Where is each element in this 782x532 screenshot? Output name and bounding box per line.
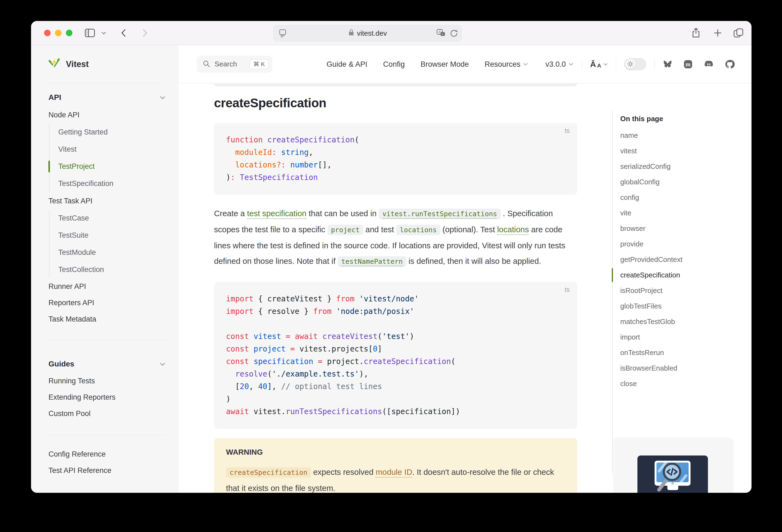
translate-icon: Ā	[590, 60, 596, 69]
theme-toggle[interactable]	[624, 58, 646, 70]
toc-item-ontestsrerun[interactable]: onTestsRerun	[620, 345, 682, 360]
nav-item-config[interactable]: Config	[383, 60, 405, 69]
forward-button[interactable]	[139, 21, 150, 45]
header-separator	[616, 59, 616, 69]
toc-item-vitest[interactable]: vitest	[620, 143, 682, 159]
svg-text:x: x	[442, 33, 443, 36]
sidebar-group-items: Getting StartedVitestTestProjectTestSpec…	[49, 123, 166, 192]
sidebar-item-testspecification[interactable]: TestSpecification	[58, 175, 166, 192]
toolbar-chevron-down-icon[interactable]	[100, 21, 108, 45]
address-bar[interactable]: vitest.dev A x	[273, 25, 462, 41]
inline-link[interactable]: test specification	[247, 209, 306, 218]
toc-item-provide[interactable]: provide	[620, 236, 682, 252]
sidebar-item-getting-started[interactable]: Getting Started	[58, 123, 166, 141]
sidebar-item-label: Getting Started	[58, 128, 108, 136]
sidebar-item-label: TestCollection	[58, 265, 104, 274]
inline-code[interactable]: locations	[396, 225, 440, 235]
sidebar-item-label: TestSuite	[58, 231, 88, 240]
sidebar-nav-list: APINode APIGetting StartedVitestTestProj…	[31, 83, 179, 478]
toc-item-isrootproject[interactable]: isRootProject	[620, 283, 682, 298]
nav-item-resources[interactable]: Resources	[485, 60, 528, 69]
social-links: m	[663, 59, 735, 69]
share-icon[interactable]	[690, 21, 702, 45]
warning-callout: WARNING createSpecification expects reso…	[214, 438, 577, 493]
toc-item-serializedconfig[interactable]: serializedConfig	[620, 159, 682, 174]
mastodon-icon[interactable]: m	[683, 60, 693, 69]
sidebar-item-custom-pool[interactable]: Custom Pool	[48, 405, 166, 422]
sidebar-item-testproject[interactable]: TestProject	[58, 158, 166, 175]
warning-body: createSpecification expects resolved mod…	[226, 464, 565, 493]
vitest-logo-icon	[48, 57, 61, 71]
sidebar-group-test-task-api[interactable]: Test Task API	[48, 192, 166, 210]
site-logo[interactable]: Vitest	[31, 45, 179, 83]
sidebar-item-test-api-reference[interactable]: Test API Reference	[48, 462, 166, 478]
tab-overview-icon[interactable]	[732, 21, 745, 45]
back-button[interactable]	[118, 21, 129, 45]
toc-item-getprovidedcontext[interactable]: getProvidedContext	[620, 252, 682, 268]
reload-icon[interactable]	[450, 29, 458, 38]
sidebar-item-vitest[interactable]: Vitest	[58, 141, 166, 158]
toc-item-globtestfiles[interactable]: globTestFiles	[620, 298, 682, 314]
toc-item-name[interactable]: name	[620, 128, 682, 143]
toc-item-matchestestglob[interactable]: matchesTestGlob	[620, 314, 682, 329]
version-label: v3.0.0	[545, 60, 566, 69]
page-title: createSpecification	[214, 96, 577, 110]
discord-icon[interactable]	[704, 60, 714, 69]
sidebar-section-label: Guides	[48, 360, 74, 368]
sidebar-item-running-tests[interactable]: Running Tests	[48, 373, 166, 389]
nav-item-guide-api[interactable]: Guide & API	[326, 60, 367, 69]
new-tab-icon[interactable]	[712, 21, 724, 45]
translate-menu[interactable]: Ā A	[590, 60, 608, 69]
sidebar-item-testmodule[interactable]: TestModule	[58, 244, 166, 261]
sidebar-item-reporters-api[interactable]: Reporters API	[48, 294, 166, 311]
toc-item-vite[interactable]: vite	[620, 205, 682, 221]
inline-code-link[interactable]: testNamePattern	[337, 256, 406, 267]
toc-item-globalconfig[interactable]: globalConfig	[620, 174, 682, 190]
toc-rail	[612, 111, 613, 473]
version-menu[interactable]: v3.0.0	[545, 60, 573, 69]
warning-inline-code[interactable]: createSpecification	[226, 467, 311, 478]
bluesky-icon[interactable]	[663, 60, 673, 69]
code-line: moduleId: string,	[226, 146, 565, 159]
chevron-down-icon	[523, 63, 528, 66]
doc-scroll-area[interactable]: createSpecification ts function createSp…	[179, 83, 751, 493]
toc-item-isbrowserenabled[interactable]: isBrowserEnabled	[620, 360, 682, 376]
zoom-window-button[interactable]	[66, 30, 72, 36]
search-label: Search	[215, 60, 237, 68]
sidebar-item-testcollection[interactable]: TestCollection	[58, 261, 166, 278]
reader-icon[interactable]	[279, 29, 287, 39]
toc-item-browser[interactable]: browser	[620, 221, 682, 236]
code-lang-badge: ts	[565, 286, 570, 293]
minimize-window-button[interactable]	[55, 30, 62, 36]
sidebar-section-api[interactable]: API	[48, 89, 166, 106]
toc-item-close[interactable]: close	[620, 376, 682, 391]
search-button[interactable]: Search ⌘ K	[197, 56, 272, 73]
sidebar-item-runner-api[interactable]: Runner API	[48, 278, 166, 294]
translate-page-icon[interactable]: A x	[436, 29, 446, 39]
inline-code[interactable]: project	[327, 225, 363, 235]
sidebar-item-testcase[interactable]: TestCase	[58, 210, 166, 227]
sidebar-item-testsuite[interactable]: TestSuite	[58, 227, 166, 244]
sidebar-group-node-api[interactable]: Node API	[48, 106, 166, 123]
sidebar-item-task-metadata[interactable]: Task Metadata	[48, 311, 166, 327]
nav-item-browser-mode[interactable]: Browser Mode	[420, 60, 469, 69]
warning-inline-link[interactable]: module ID	[376, 467, 412, 476]
inline-code-link[interactable]: vitest.runTestSpecifications	[379, 209, 500, 219]
sponsor-ad-card[interactable]	[613, 437, 734, 493]
toc-item-createspecification[interactable]: createSpecification	[620, 268, 682, 283]
sidebar-item-extending-reporters[interactable]: Extending Reporters	[48, 389, 166, 405]
github-icon[interactable]	[725, 59, 735, 69]
toc-item-config[interactable]: config	[620, 190, 682, 205]
inline-link[interactable]: locations	[497, 225, 529, 234]
sidebar-section-guides[interactable]: Guides	[48, 355, 166, 373]
toc-item-import[interactable]: import	[620, 329, 682, 345]
text-run: expects resolved	[311, 467, 376, 476]
text-run: and test	[363, 225, 396, 234]
sidebar-item-config-reference[interactable]: Config Reference	[48, 446, 166, 462]
top-nav: Guide & APIConfigBrowser ModeResources	[326, 60, 528, 69]
sidebar-divider	[48, 340, 166, 340]
sidebar-toggle-icon[interactable]	[83, 21, 96, 45]
site-title: Vitest	[66, 59, 89, 69]
close-window-button[interactable]	[44, 30, 51, 36]
code-line: resolve('./example.test.ts'),	[226, 368, 565, 380]
